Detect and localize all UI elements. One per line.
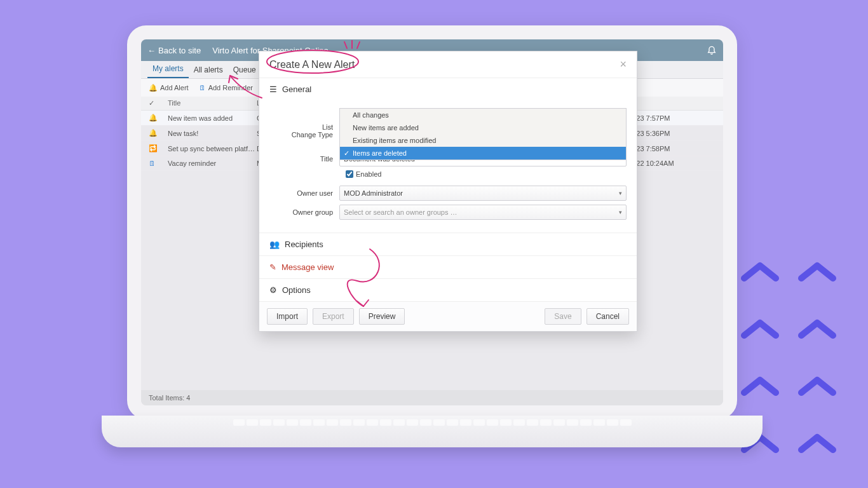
tab-all-alerts[interactable]: All alerts <box>189 62 228 78</box>
add-reminder-button[interactable]: 🗓 Add Reminder <box>199 84 253 92</box>
owner-user-value: MOD Administrator <box>344 189 403 197</box>
section-recipients-label: Recipients <box>285 240 323 249</box>
owner-group-select[interactable]: Select or search an owner groups … ▾ <box>339 205 627 220</box>
save-button[interactable]: Save <box>545 308 581 325</box>
owner-user-select[interactable]: MOD Administrator ▾ <box>339 186 627 201</box>
section-message-label: Message view <box>281 262 334 272</box>
decorative-chevrons <box>741 259 855 482</box>
chevron-down-icon: ▾ <box>619 209 622 215</box>
col-title[interactable]: Title <box>168 99 257 107</box>
dd-option-added[interactable]: New items are added <box>340 121 626 134</box>
modal-title: Create A New Alert <box>269 59 355 71</box>
dd-option-all[interactable]: All changes <box>340 109 626 121</box>
close-icon[interactable]: × <box>620 58 627 71</box>
row-date: /2022 10:24AM <box>627 159 715 167</box>
options-icon: ⚙ <box>269 285 277 295</box>
section-options-label: Options <box>282 285 311 295</box>
section-general-label: General <box>282 85 311 94</box>
bell-icon: 🔔 <box>149 84 158 92</box>
add-alert-button[interactable]: 🔔 Add Alert <box>149 84 189 92</box>
cancel-button[interactable]: Cancel <box>587 308 629 325</box>
label-enabled: Enabled <box>356 170 381 178</box>
recipients-icon: 👥 <box>269 240 280 249</box>
owner-group-placeholder: Select or search an owner groups … <box>344 208 458 216</box>
label-owner-user: Owner user <box>269 189 339 197</box>
back-to-site-link[interactable]: ← Back to site <box>147 46 201 55</box>
row-title: New task! <box>168 130 257 137</box>
label-list: List <box>269 123 339 131</box>
tab-queue[interactable]: Queue <box>228 62 261 78</box>
change-type-dropdown[interactable]: All changes New items are added Existing… <box>339 108 627 160</box>
section-recipients[interactable]: 👥 Recipients <box>259 233 637 255</box>
label-owner-group: Owner group <box>269 208 339 216</box>
label-title: Title <box>269 155 339 163</box>
col-modified[interactable]: ied <box>627 99 715 107</box>
reminder-icon: 🗓 <box>199 84 206 92</box>
notifications-icon[interactable] <box>707 44 717 57</box>
dd-option-deleted[interactable]: Items are deleted <box>340 147 626 159</box>
laptop-mockup: ← Back to site Virto Alert for Sharepoin… <box>127 25 737 451</box>
bell-icon: 🔔 <box>149 114 168 122</box>
reminder-icon: 🗓 <box>149 159 168 167</box>
sync-icon: 🔁 <box>149 144 168 152</box>
grid-footer: Total Items: 4 <box>141 390 723 405</box>
message-icon: ✎ <box>269 262 276 272</box>
label-change-type: Change Type <box>269 131 339 139</box>
section-message-view[interactable]: ✎ Message view <box>259 255 637 278</box>
add-reminder-label: Add Reminder <box>208 84 253 92</box>
add-alert-label: Add Alert <box>160 84 189 92</box>
arrow-left-icon: ← <box>147 46 156 55</box>
section-general[interactable]: ☰ General <box>259 78 637 100</box>
row-date: /2023 7:57PM <box>627 114 715 122</box>
list-icon: ☰ <box>269 85 277 94</box>
row-date: /2023 5:36PM <box>627 130 715 137</box>
dd-option-modified[interactable]: Existing items are modified <box>340 134 626 147</box>
section-options[interactable]: ⚙ Options <box>259 278 637 301</box>
enabled-checkbox[interactable] <box>346 170 353 178</box>
row-title: Set up sync between platfor… <box>168 145 257 152</box>
export-button[interactable]: Export <box>313 308 354 325</box>
preview-button[interactable]: Preview <box>359 308 405 325</box>
row-title: Vacay reminder <box>168 159 257 167</box>
chevron-down-icon: ▾ <box>619 190 622 196</box>
row-title: New item was added <box>168 114 257 122</box>
import-button[interactable]: Import <box>267 308 308 325</box>
back-label: Back to site <box>158 46 201 55</box>
create-alert-modal: Create A New Alert × ☰ General List All … <box>259 51 637 332</box>
bell-icon: 🔔 <box>149 129 168 137</box>
col-check-icon: ✓ <box>149 99 168 107</box>
row-date: /2023 7:58PM <box>627 145 715 152</box>
tab-my-alerts[interactable]: My alerts <box>147 60 189 78</box>
